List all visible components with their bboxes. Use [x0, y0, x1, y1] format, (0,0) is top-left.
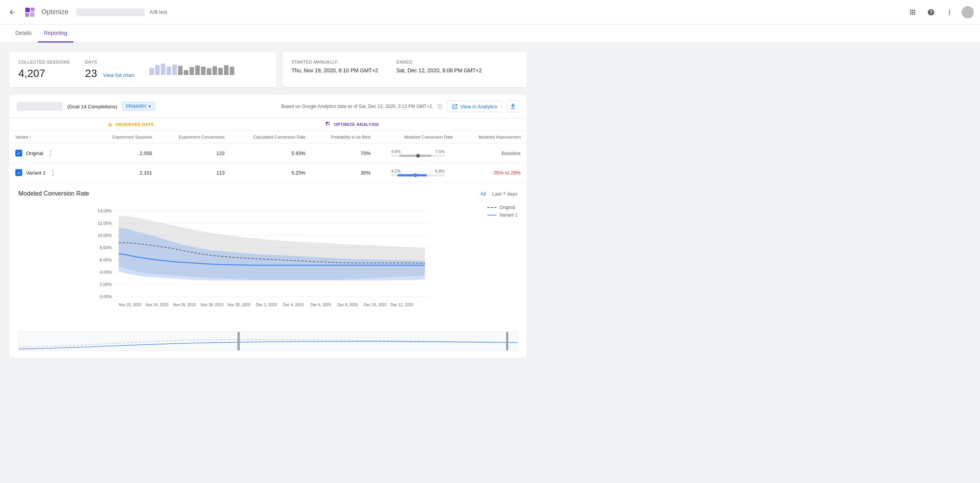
- chart-filters: All Last 7 days: [480, 191, 518, 197]
- started-col: STARTED MANUALLY: Thu, Nov 19, 2020, 8:1…: [292, 60, 378, 80]
- tab-reporting[interactable]: Reporting: [38, 24, 74, 42]
- mini-bar-segment: [230, 67, 234, 75]
- svg-text:Nov 30, 2020: Nov 30, 2020: [227, 303, 250, 307]
- original-row-label: ✓ Original ⋮: [15, 149, 87, 157]
- svg-text:8.00%: 8.00%: [100, 245, 112, 250]
- mini-bar-segment: [167, 67, 171, 75]
- variant1-conversions: 113: [158, 163, 231, 183]
- variant1-probability: 30%: [312, 163, 377, 183]
- sessions-label: COLLECTED SESSIONS: [18, 60, 70, 64]
- chart-legend: Original Variant 1: [487, 205, 518, 218]
- svg-text:Nov 22, 2020: Nov 22, 2020: [119, 303, 142, 307]
- variant1-sessions: 2,151: [93, 163, 158, 183]
- svg-text:Dec 4, 2020: Dec 4, 2020: [283, 303, 304, 307]
- mini-bar-segment: [195, 65, 200, 75]
- download-button[interactable]: [507, 100, 519, 113]
- svg-rect-2: [25, 13, 29, 17]
- primary-dropdown[interactable]: PRIMARY ▾: [122, 102, 155, 111]
- header-actions: [906, 6, 974, 18]
- dropdown-arrow: ▾: [149, 104, 151, 109]
- main-content: COLLECTED SESSIONS 4,207 DAYS 23 View fu…: [0, 43, 536, 375]
- goal-name-blurred: [17, 102, 63, 111]
- svg-text:Dec 12, 2020: Dec 12, 2020: [390, 303, 413, 307]
- app-logo: [23, 5, 37, 19]
- mini-bar-segment: [218, 68, 223, 75]
- svg-text:Nov 24, 2020: Nov 24, 2020: [145, 303, 168, 307]
- back-button[interactable]: [6, 6, 18, 18]
- svg-text:14.00%: 14.00%: [98, 209, 112, 213]
- started-label: STARTED MANUALLY:: [292, 60, 378, 64]
- help-icon[interactable]: [925, 6, 937, 18]
- svg-text:10.00%: 10.00%: [98, 233, 112, 238]
- svg-text:Nov 26, 2020: Nov 26, 2020: [173, 303, 196, 307]
- info-icon: ⓘ: [438, 103, 442, 110]
- exp-conversions-header: Experiment Conversions: [158, 131, 231, 144]
- goal-completions-label: (Goal 14 Completions): [67, 104, 117, 109]
- original-options-button[interactable]: ⋮: [47, 149, 54, 157]
- mini-bar-segment: [161, 64, 165, 75]
- mini-bar-segment: [184, 70, 188, 75]
- exp-sessions-header: Experiment Sessions: [93, 131, 158, 144]
- original-improvement: Baseline: [459, 144, 527, 163]
- svg-text:0.00%: 0.00%: [100, 294, 112, 299]
- mini-bar-chart: [149, 63, 267, 75]
- ab-test-label: A/B test: [150, 9, 167, 15]
- filter-all[interactable]: All: [480, 191, 486, 197]
- svg-rect-3: [30, 12, 34, 17]
- svg-rect-5: [328, 122, 330, 123]
- mini-bar-segment: [155, 65, 160, 75]
- variant-col-header: Variant ↑: [9, 131, 93, 144]
- svg-rect-1: [31, 8, 34, 11]
- svg-text:Nov 28, 2020: Nov 28, 2020: [201, 303, 224, 307]
- apps-icon[interactable]: [906, 6, 919, 18]
- range-selector[interactable]: [18, 331, 518, 351]
- variant1-checkbox[interactable]: ✓: [15, 169, 22, 176]
- svg-rect-6: [326, 124, 327, 126]
- optimize-analysis-header: OPTIMIZE ANALYSIS: [312, 118, 527, 131]
- view-full-chart-link[interactable]: View full chart: [103, 72, 134, 78]
- calc-rate-header: Calculated Conversion Rate: [231, 131, 312, 144]
- table-row: ✓ Variant 1 ⋮ 2,151 113 5.25% 30% 4.2%: [9, 163, 527, 183]
- chart-container: Original Variant 1 14.00% 12.00% 10.00% …: [18, 205, 518, 351]
- table-row: ✓ Original ⋮ 2,056 122 5.93% 70% 4.6%: [9, 144, 527, 163]
- experiment-name-label: [76, 8, 145, 16]
- variant1-options-button[interactable]: ⋮: [49, 168, 56, 177]
- svg-text:12.00%: 12.00%: [98, 221, 112, 225]
- variant1-modeled-rate: 4.2% 6.8%: [377, 163, 459, 183]
- original-line-style: [487, 207, 497, 208]
- probability-header: Probability to be Best: [312, 131, 377, 144]
- original-name: Original: [26, 150, 43, 156]
- view-analytics-button[interactable]: View in Analytics: [447, 101, 502, 112]
- svg-text:4.00%: 4.00%: [100, 270, 112, 274]
- mini-bar-segment: [224, 65, 229, 75]
- analytics-header-right: Based on Google Analytics data as of Sat…: [281, 100, 519, 113]
- legend-variant1-label: Variant 1: [500, 212, 518, 218]
- original-sessions: 2,056: [93, 144, 158, 163]
- variant1-improvement: -35% to 29%: [459, 163, 527, 183]
- legend-variant1: Variant 1: [487, 212, 518, 218]
- sessions-card: COLLECTED SESSIONS 4,207 DAYS 23 View fu…: [9, 52, 276, 87]
- variant1-line-style: [487, 215, 497, 215]
- svg-rect-0: [25, 8, 30, 12]
- variants-table: OBSERVED DATA OPTIMIZE ANALYSIS: [9, 118, 527, 183]
- svg-rect-4: [326, 122, 328, 124]
- original-checkbox[interactable]: ✓: [15, 150, 22, 157]
- legend-original: Original: [487, 205, 518, 210]
- analytics-card-header: (Goal 14 Completions) PRIMARY ▾ Based on…: [9, 95, 527, 118]
- app-header: Optimize A/B test: [0, 0, 980, 24]
- optimize-analysis-label: OPTIMIZE ANALYSIS: [334, 122, 379, 127]
- mini-bar-segment: [189, 67, 194, 75]
- ended-label: ENDED:: [397, 60, 482, 64]
- original-conversions: 122: [158, 144, 231, 163]
- more-options-icon[interactable]: [943, 6, 956, 18]
- variant1-conv-rate: 5.25%: [231, 163, 312, 183]
- filter-last7[interactable]: Last 7 days: [492, 191, 518, 197]
- mini-bar-segment: [149, 68, 154, 75]
- svg-text:Dec 6, 2020: Dec 6, 2020: [310, 303, 331, 307]
- legend-original-label: Original: [500, 205, 515, 210]
- svg-rect-7: [328, 124, 330, 126]
- chart-section: Modeled Conversion Rate All Last 7 days …: [9, 183, 527, 358]
- user-avatar[interactable]: [962, 6, 974, 18]
- sessions-value: 4,207: [18, 67, 70, 80]
- tab-details[interactable]: Details: [9, 24, 38, 42]
